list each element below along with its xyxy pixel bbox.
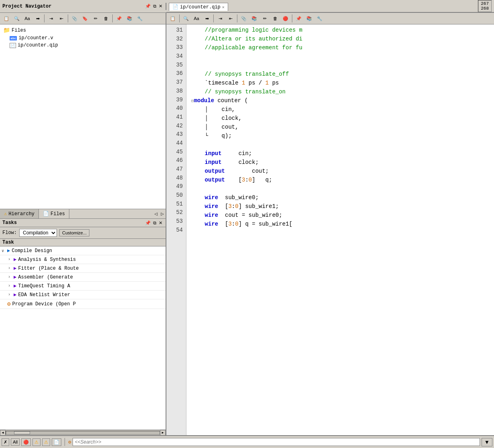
expand-icon-4[interactable]: › (8, 284, 14, 288)
program-icon: ⚙ (7, 301, 10, 307)
file-tree: 📁 Files abc ip/counter.v 📄 ip/counter.qi… (0, 24, 166, 209)
nav-toolbar-btn1[interactable]: 📋 (2, 14, 11, 23)
line-35 (191, 61, 489, 70)
line-42: │ cout, (191, 123, 489, 132)
line-44 (191, 141, 489, 149)
code-btn2[interactable]: 🔍 (181, 14, 191, 23)
task-row-0[interactable]: ∨ ▶ Compile Design (0, 246, 166, 255)
nav-toolbar-btn6[interactable]: ⇤ (57, 14, 66, 23)
sep1 (44, 14, 45, 22)
scroll-thumb[interactable] (14, 431, 30, 434)
code-btn9[interactable]: ✏ (260, 14, 269, 23)
tree-root-folder[interactable]: 📁 Files (2, 26, 164, 34)
task-label-0: Compile Design (12, 248, 52, 254)
code-content-area[interactable]: 3132333435363738394041424344454647484950… (166, 24, 494, 435)
expand-icon-3[interactable]: › (8, 275, 14, 279)
code-btn8[interactable]: 📚 (249, 14, 259, 23)
scroll-left-btn[interactable]: ◀ (0, 430, 6, 436)
code-toolbar: 📋 🔍 Aa ➡ ⇥ ⇤ 📎 📚 ✏ 🗑 🔴 📌 📚 🔧 (166, 13, 494, 24)
info-btn[interactable]: 📄 (52, 438, 61, 446)
tab-hierarchy[interactable]: ⚠ Hierarchy (0, 209, 39, 218)
line-33: //applicable agreement for fu (191, 44, 489, 52)
close-nav-button[interactable]: ✕ (158, 4, 163, 9)
nav-toolbar-btn7[interactable]: 📎 (70, 14, 79, 23)
tab-close-icon[interactable]: ✕ (222, 5, 225, 10)
task-row-2[interactable]: › ▶ Fitter (Place & Route (0, 264, 166, 273)
navigator-title: Project Navigator (2, 4, 51, 9)
nav-toolbar-btn4[interactable]: ➡ (33, 14, 43, 23)
expand-icon-0[interactable]: ∨ (2, 248, 7, 253)
code-btn12[interactable]: 📌 (294, 14, 304, 23)
search-dropdown-btn[interactable]: ▼ (482, 438, 492, 446)
nav-toolbar-btn10[interactable]: 🗑 (101, 14, 111, 23)
sep2 (68, 14, 68, 22)
scroll-right-btn[interactable]: ▶ (160, 430, 166, 436)
code-btn6[interactable]: ⇤ (226, 14, 235, 23)
page-counter: 267 268 (478, 0, 492, 12)
expand-icon-1[interactable]: › (8, 257, 14, 262)
tasks-float-btn[interactable]: ⧉ (152, 220, 157, 226)
nav-toolbar-btn5[interactable]: ⇥ (46, 14, 56, 23)
pin-button[interactable]: 📌 (144, 4, 152, 9)
file-item-1[interactable]: 📄 ip/counter.qip (2, 42, 164, 49)
play-icon-5: ▶ (14, 292, 16, 298)
nav-toolbar-btn13[interactable]: 🔧 (135, 14, 145, 23)
flow-bar: Flow: Compilation Customize... (0, 227, 166, 239)
task-row-3[interactable]: › ▶ Assembler (Generate (0, 273, 166, 282)
line-39: ⊟module counter ( (191, 97, 489, 105)
warning-btn1[interactable]: ⚠ (32, 438, 40, 446)
nav-toolbar-btn8[interactable]: 🔖 (80, 14, 90, 23)
nav-toolbar-btn3[interactable]: Aa (22, 14, 32, 23)
tasks-close-btn[interactable]: ✕ (158, 220, 163, 226)
editor-tab[interactable]: 📄 ip/counter.qip ✕ (169, 3, 228, 11)
task-label-3: Assembler (Generate (18, 274, 73, 280)
file-name-0: ip/counter.v (18, 35, 53, 41)
code-btn10[interactable]: 🗑 (270, 14, 280, 23)
line-52: wire cout = sub_wire0; (191, 211, 489, 220)
all-btn[interactable]: All (11, 438, 20, 446)
code-editor: 📋 🔍 Aa ➡ ⇥ ⇤ 📎 📚 ✏ 🗑 🔴 📌 📚 🔧 (166, 13, 494, 435)
content-area: 📋 🔍 Aa ➡ ⇥ ⇤ 📎 🔖 ✏ 🗑 📌 📚 🔧 � (0, 13, 494, 435)
left-panel: 📋 🔍 Aa ➡ ⇥ ⇤ 📎 🔖 ✏ 🗑 📌 📚 🔧 � (0, 13, 166, 435)
code-lines[interactable]: //programming logic devices m //Altera o… (186, 24, 494, 435)
code-btn3[interactable]: Aa (192, 14, 201, 23)
code-btn5[interactable]: ⇥ (215, 14, 225, 23)
task-row-5[interactable]: › ▶ EDA Netlist Writer (0, 291, 166, 299)
line-53: wire [3:0] q = sub_wire1[ (191, 220, 489, 229)
tab-files[interactable]: 📄 Files (39, 209, 69, 218)
float-button[interactable]: ⧉ (152, 4, 157, 9)
code-btn14[interactable]: 🔧 (315, 14, 324, 23)
expand-icon-5[interactable]: › (8, 293, 14, 297)
customize-button[interactable]: Customize... (59, 229, 89, 236)
flow-dropdown[interactable]: Compilation (19, 229, 57, 237)
task-row-4[interactable]: › ▶ TimeQuest Timing A (0, 282, 166, 291)
task-row-6[interactable]: ⚙ Program Device (Open P (0, 299, 166, 309)
line-32: //Altera or its authorized di (191, 35, 489, 44)
line-31: //programming logic devices m (191, 26, 489, 35)
scroll-track[interactable] (6, 431, 160, 435)
task-row-1[interactable]: › ▶ Analysis & Synthesis (0, 255, 166, 264)
code-btn4[interactable]: ➡ (202, 14, 212, 23)
search-input[interactable] (73, 438, 480, 446)
expand-icon-2[interactable]: › (8, 266, 14, 270)
code-btn11[interactable]: 🔴 (281, 14, 290, 23)
line-40: │ cin, (191, 105, 489, 114)
nav-toolbar-btn9[interactable]: ✏ (91, 14, 100, 23)
close-status-btn[interactable]: ✗ (2, 438, 9, 446)
nav-toolbar-btn2[interactable]: 🔍 (12, 14, 22, 23)
code-btn7[interactable]: 📎 (239, 14, 249, 23)
tasks-scrollbar[interactable]: ◀ ▶ (0, 430, 166, 435)
tasks-pin-btn[interactable]: 📌 (144, 220, 152, 226)
nav-prev[interactable]: ◁ (153, 209, 159, 218)
file-item-0[interactable]: abc ip/counter.v (2, 34, 164, 42)
warning-btn2[interactable]: ⚠ (42, 438, 50, 446)
nav-next[interactable]: ▷ (159, 209, 166, 218)
task-label-1: Analysis & Synthesis (18, 257, 76, 262)
nav-toolbar-btn11[interactable]: 📌 (114, 14, 124, 23)
error-btn[interactable]: 🔴 (21, 438, 31, 446)
code-btn13[interactable]: 📚 (304, 14, 314, 23)
collapse-btn-39[interactable]: ⊟ (191, 99, 194, 103)
nav-toolbar-btn12[interactable]: 📚 (125, 14, 134, 23)
code-btn1[interactable]: 📋 (168, 14, 178, 23)
code-sep3 (237, 14, 237, 22)
